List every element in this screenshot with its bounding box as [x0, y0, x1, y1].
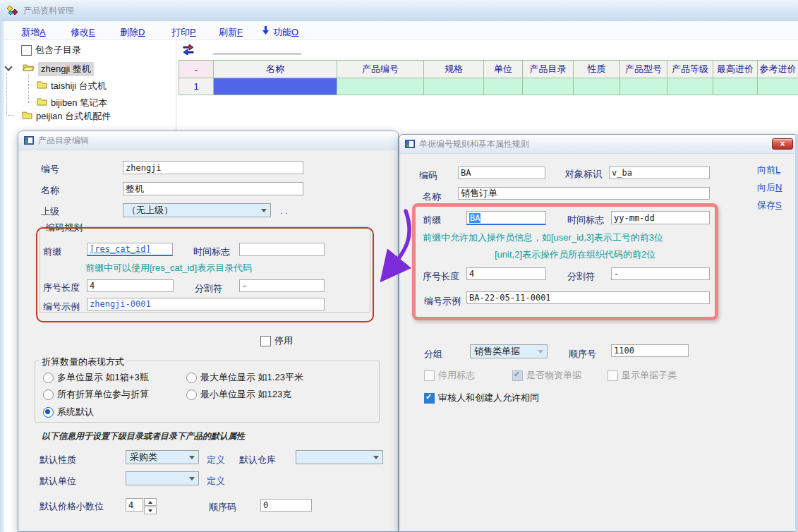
- dropdown-chevron-icon: [538, 350, 543, 353]
- table-cell[interactable]: [337, 78, 424, 95]
- default-warehouse-select[interactable]: [296, 450, 383, 464]
- column-header[interactable]: 产品编号: [337, 61, 424, 78]
- default-unit-label: 默认单位: [40, 475, 76, 488]
- column-header[interactable]: 性质: [574, 61, 620, 78]
- parent-browse-link[interactable]: . .: [280, 205, 288, 216]
- toolbar-print-button[interactable]: 打印P: [171, 26, 196, 39]
- column-header[interactable]: 产品目录: [523, 61, 574, 78]
- convert-groupbox-legend: 折算数量的表现方式: [40, 356, 126, 368]
- spinner-up-icon[interactable]: [144, 498, 157, 506]
- toolbar-delete-button[interactable]: 删除D: [120, 26, 145, 39]
- table-row[interactable]: 1: [179, 78, 798, 95]
- price-decimal-input[interactable]: 4: [126, 498, 143, 512]
- radio-max-unit[interactable]: 最大单位显示 如1.23平米: [186, 371, 303, 384]
- tree-guide-stub: [6, 115, 14, 116]
- numbering-rule-dialog: 单据编号规则和基本属性规则 × 编码 BA 对象标识 v_ba 向前L 向后N …: [399, 134, 798, 532]
- product-table: - 名称 产品编号 规格 单位 产品目录 性质 产品型号 产品等级 最高进价 参…: [179, 60, 798, 95]
- radio-all-units[interactable]: 所有折算单位参与折算: [43, 388, 149, 401]
- name-input[interactable]: 整机: [123, 182, 303, 195]
- object-id-input[interactable]: v_ba: [609, 167, 710, 179]
- column-header[interactable]: 产品型号: [620, 61, 667, 78]
- toolbar-new-button[interactable]: 新增A: [21, 26, 46, 39]
- main-titlebar: 产品资料管理: [0, 0, 798, 21]
- price-decimal-stepper[interactable]: [144, 498, 157, 514]
- row-number-header[interactable]: -: [179, 61, 214, 78]
- table-cell[interactable]: [758, 78, 798, 95]
- column-header[interactable]: 规格: [424, 61, 484, 78]
- checkbox-box: [424, 370, 435, 381]
- folder-icon: [37, 97, 47, 106]
- define-unit-link[interactable]: 定义: [207, 475, 225, 488]
- toolbar-refresh-button[interactable]: 刷新F: [219, 26, 243, 39]
- radio-circle[interactable]: [43, 373, 54, 383]
- column-header[interactable]: 参考进价: [758, 61, 798, 78]
- define-nature-link[interactable]: 定义: [207, 454, 225, 466]
- radio-circle[interactable]: [186, 389, 197, 400]
- material-doc-checkbox: 是否物资单据: [512, 369, 581, 382]
- folder-open-icon: [23, 62, 35, 72]
- include-subdir-checkbox[interactable]: 包含子目录: [21, 44, 81, 56]
- doc-name-input[interactable]: 销售订单: [458, 187, 710, 200]
- checkbox-box[interactable]: [424, 393, 435, 404]
- rule-dialog-titlebar[interactable]: 单据编号规则和基本属性规则: [399, 135, 798, 154]
- dialog-title: 单据编号规则和基本属性规则: [419, 138, 529, 150]
- locate-input[interactable]: [213, 43, 301, 54]
- table-header-row: - 名称 产品编号 规格 单位 产品目录 性质 产品型号 产品等级 最高进价 参…: [179, 61, 798, 78]
- parent-label: 上级: [41, 205, 59, 218]
- nav-next-button[interactable]: 向后N: [757, 181, 782, 194]
- table-cell[interactable]: [620, 78, 667, 95]
- code-input[interactable]: zhengji: [123, 161, 303, 174]
- nav-prev-button[interactable]: 向前L: [757, 164, 780, 176]
- tree-item-taishiji[interactable]: taishiji 台式机: [51, 80, 107, 92]
- table-cell[interactable]: [484, 78, 523, 95]
- radio-circle[interactable]: [43, 407, 54, 418]
- tree-guide-line: [28, 75, 29, 103]
- tree-item-peijian[interactable]: peijian 台式机配件: [36, 110, 111, 123]
- row-number-cell[interactable]: 1: [179, 78, 214, 95]
- close-icon[interactable]: ×: [772, 138, 793, 150]
- default-unit-select[interactable]: [126, 471, 199, 485]
- toolbar-edit-button[interactable]: 修改E: [71, 26, 95, 39]
- swap-columns-icon[interactable]: [182, 44, 195, 55]
- tree-item-bijiben[interactable]: bijiben 笔记本: [51, 97, 107, 109]
- annotation-red-box: [36, 227, 374, 322]
- parent-select[interactable]: （无上级）: [123, 203, 271, 217]
- group-select: 销售类单据: [470, 344, 548, 358]
- table-cell[interactable]: [523, 78, 574, 95]
- selected-cell[interactable]: [214, 78, 337, 95]
- table-cell[interactable]: [667, 78, 713, 95]
- column-header[interactable]: 单位: [484, 61, 523, 78]
- form-icon: [405, 140, 415, 148]
- checkbox-box[interactable]: [21, 45, 32, 56]
- radio-circle[interactable]: [43, 389, 54, 400]
- tree-item-zhengji[interactable]: zhengji 整机: [38, 62, 94, 76]
- checkbox-box: [512, 370, 523, 381]
- radio-min-unit[interactable]: 最小单位显示 如123克: [186, 388, 291, 401]
- table-cell[interactable]: [713, 78, 758, 95]
- doc-code-input[interactable]: BA: [458, 167, 545, 179]
- radio-multi-unit[interactable]: 多单位显示 如1箱+3瓶: [43, 371, 149, 384]
- order-number-input[interactable]: 1100: [611, 344, 689, 357]
- table-cell[interactable]: [424, 78, 484, 95]
- radio-system-default[interactable]: 系统默认: [43, 406, 94, 418]
- function-arrow-icon: [262, 26, 270, 35]
- column-header[interactable]: 最高进价: [713, 61, 758, 78]
- spinner-down-icon[interactable]: [144, 507, 157, 514]
- app-icon: [6, 5, 18, 16]
- sequence-code-input[interactable]: 0: [260, 499, 312, 512]
- order-number-label: 顺序号: [569, 348, 596, 361]
- annotation-salmon-box: [412, 203, 718, 320]
- table-cell[interactable]: [574, 78, 620, 95]
- default-nature-select[interactable]: 采购类: [126, 450, 199, 464]
- column-header[interactable]: 名称: [214, 61, 337, 78]
- checkbox-box[interactable]: [260, 336, 271, 346]
- radio-circle[interactable]: [186, 373, 197, 383]
- approver-creator-same-checkbox[interactable]: 审核人和创建人允许相同: [424, 392, 539, 404]
- column-header[interactable]: 产品等级: [667, 61, 713, 78]
- code-label: 编号: [41, 163, 59, 176]
- disable-checkbox[interactable]: 停用: [260, 334, 293, 347]
- save-button[interactable]: 保存S: [757, 199, 782, 212]
- price-decimal-label: 默认价格小数位: [40, 500, 104, 513]
- toolbar-function-button[interactable]: 功能O: [273, 26, 298, 39]
- catalog-dialog-titlebar[interactable]: 产品目录编辑: [18, 131, 398, 150]
